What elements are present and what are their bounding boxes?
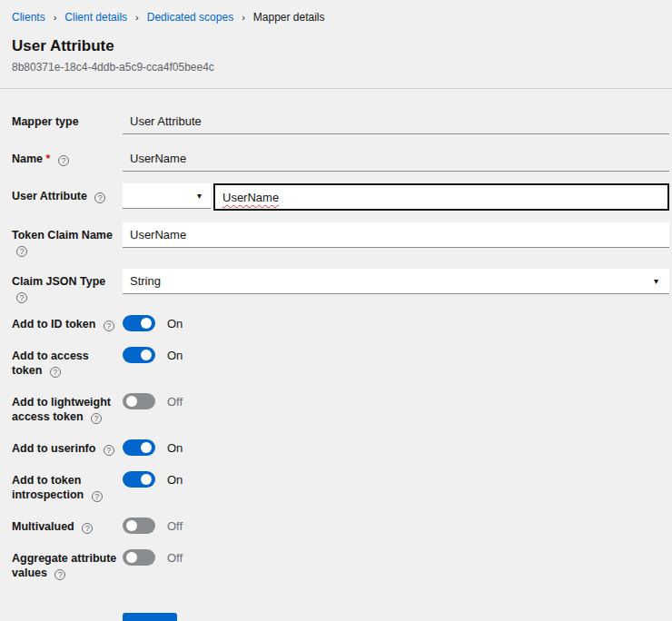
user-attribute-input[interactable]: UserName xyxy=(213,183,669,211)
page-title: User Attribute xyxy=(12,37,657,55)
help-icon[interactable]: ? xyxy=(58,155,69,166)
user-attribute-label: User Attribute ? xyxy=(12,183,123,203)
toggle-rows: Add to ID token ? On Add to access token… xyxy=(12,315,669,580)
toggle-switch[interactable] xyxy=(123,315,155,331)
row-user-attribute: User Attribute ? ▾ UserName xyxy=(12,183,669,211)
toggle-label: Add to lightweight access token ? xyxy=(12,393,123,424)
toggle-switch[interactable] xyxy=(123,347,155,363)
breadcrumb-item: Mapper details xyxy=(253,11,325,24)
toggle-row: Add to token introspection ? On xyxy=(12,471,669,502)
toggle-state-label: On xyxy=(167,473,183,487)
help-icon[interactable]: ? xyxy=(104,320,114,331)
token-claim-name-input[interactable]: UserName xyxy=(123,222,669,248)
toggle-switch[interactable] xyxy=(123,393,155,409)
toggle-knob xyxy=(141,350,152,360)
help-icon[interactable]: ? xyxy=(50,367,61,378)
toggle-knob xyxy=(141,442,152,453)
toggle-state-label: On xyxy=(167,441,183,455)
user-attribute-dropdown[interactable]: ▾ xyxy=(123,183,211,209)
breadcrumb-separator-icon: › xyxy=(54,11,57,24)
breadcrumb: Clients›Client details›Dedicated scopes›… xyxy=(12,11,657,24)
toggle-knob xyxy=(126,396,137,407)
mapper-type-label: Mapper type xyxy=(12,109,123,129)
toggle-label-text: Multivalued xyxy=(12,520,74,533)
toggle-switch[interactable] xyxy=(123,439,155,456)
page-header: Clients›Client details›Dedicated scopes›… xyxy=(0,0,672,74)
help-icon[interactable]: ? xyxy=(82,523,93,534)
toggle-label-text: Add to ID token xyxy=(12,318,95,330)
toggle-label: Add to ID token ? xyxy=(12,315,123,331)
toggle-label: Add to access token ? xyxy=(12,347,123,378)
row-mapper-type: Mapper type User Attribute xyxy=(12,109,669,134)
help-icon[interactable]: ? xyxy=(16,246,27,257)
breadcrumb-item[interactable]: Dedicated scopes xyxy=(147,11,233,24)
caret-down-icon: ▾ xyxy=(654,277,658,286)
toggle-label-text: Add to token introspection xyxy=(12,474,84,501)
form-actions: Save Cancel xyxy=(123,613,669,621)
mapper-form: Mapper type User Attribute Name * ? User… xyxy=(0,89,672,621)
toggle-switch[interactable] xyxy=(123,549,155,566)
toggle-state-label: Off xyxy=(167,395,183,409)
claim-json-type-label: Claim JSON Type ? xyxy=(12,269,123,303)
toggle-switch[interactable] xyxy=(123,471,155,488)
toggle-knob xyxy=(141,474,152,485)
row-name: Name * ? UserName xyxy=(12,146,669,172)
help-icon[interactable]: ? xyxy=(16,292,27,303)
toggle-row: Add to ID token ? On xyxy=(12,315,669,331)
user-attribute-input-value: UserName xyxy=(222,191,279,204)
claim-json-type-value: String xyxy=(130,274,161,288)
row-token-claim-name: Token Claim Name ? UserName xyxy=(12,222,669,257)
toggle-state-label: Off xyxy=(167,551,183,565)
toggle-row: Multivalued ? Off xyxy=(12,518,669,534)
required-asterisk: * xyxy=(46,153,51,165)
toggle-knob xyxy=(141,318,152,329)
toggle-label: Add to token introspection ? xyxy=(12,471,123,502)
toggle-state-label: Off xyxy=(167,519,183,533)
token-claim-name-label: Token Claim Name ? xyxy=(12,222,123,257)
save-button[interactable]: Save xyxy=(123,613,177,621)
help-icon[interactable]: ? xyxy=(104,445,114,456)
help-icon[interactable]: ? xyxy=(54,569,65,580)
row-claim-json-type: Claim JSON Type ? String ▾ xyxy=(12,269,669,303)
toggle-state-label: On xyxy=(167,349,183,362)
toggle-row: Add to lightweight access token ? Off xyxy=(12,393,669,424)
toggle-label: Add to userinfo ? xyxy=(12,439,123,456)
mapper-type-value: User Attribute xyxy=(123,109,669,134)
help-icon[interactable]: ? xyxy=(91,413,102,424)
help-icon[interactable]: ? xyxy=(94,192,105,203)
caret-down-icon: ▾ xyxy=(197,192,202,201)
mapper-id: 8b80371e-18c4-4ddb-a5c9-cca4f05bee4c xyxy=(12,61,657,74)
breadcrumb-separator-icon: › xyxy=(135,11,139,24)
toggle-state-label: On xyxy=(167,317,183,330)
toggle-label: Aggregate attribute values ? xyxy=(12,549,123,580)
toggle-row: Aggregate attribute values ? Off xyxy=(12,549,669,580)
name-field[interactable]: UserName xyxy=(123,146,669,172)
toggle-label: Multivalued ? xyxy=(12,518,123,534)
toggle-knob xyxy=(126,520,137,531)
toggle-knob xyxy=(126,552,137,563)
claim-json-type-select[interactable]: String ▾ xyxy=(123,269,669,294)
breadcrumb-item[interactable]: Clients xyxy=(12,11,45,24)
toggle-row: Add to userinfo ? On xyxy=(12,439,669,456)
toggle-switch[interactable] xyxy=(123,518,155,534)
toggle-row: Add to access token ? On xyxy=(12,347,669,378)
breadcrumb-item[interactable]: Client details xyxy=(64,11,127,24)
help-icon[interactable]: ? xyxy=(92,491,103,502)
toggle-label-text: Add to userinfo xyxy=(12,442,95,455)
name-label: Name * ? xyxy=(12,146,123,166)
breadcrumb-separator-icon: › xyxy=(242,11,245,24)
